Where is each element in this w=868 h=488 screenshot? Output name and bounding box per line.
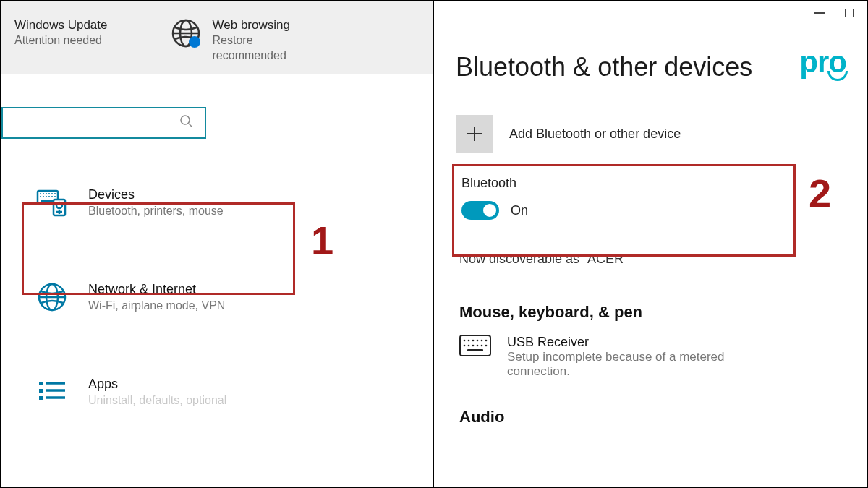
minimize-button[interactable] <box>814 12 825 14</box>
svg-point-40 <box>481 340 483 342</box>
svg-point-45 <box>477 345 479 347</box>
device-text: USB Receiver Setup incomplete because of… <box>507 335 782 379</box>
svg-rect-48 <box>467 349 483 351</box>
svg-point-11 <box>51 193 53 194</box>
shortcut-text: Web browsing Restore recommended <box>213 17 290 64</box>
search-input[interactable] <box>1 107 206 139</box>
shortcut-title: Web browsing <box>213 17 290 33</box>
svg-point-7 <box>40 193 41 194</box>
category-title: Network & Internet <box>88 282 225 297</box>
shortcut-text: Windows Update Attention needed <box>14 17 108 48</box>
globe-icon <box>36 281 68 313</box>
svg-point-41 <box>485 340 488 342</box>
svg-point-12 <box>54 193 56 194</box>
plus-icon <box>456 115 493 153</box>
annotation-marker-2: 2 <box>809 170 831 217</box>
bluetooth-label: Bluetooth <box>461 176 867 191</box>
search-wrap <box>1 74 433 139</box>
discoverable-text: Now discoverable as “ACER” <box>459 252 867 267</box>
section-heading-mkp: Mouse, keyboard, & pen <box>459 303 867 322</box>
shortcut-sub-1: Restore <box>213 33 290 48</box>
svg-rect-29 <box>39 396 43 400</box>
svg-rect-28 <box>39 389 43 393</box>
device-entry-usb-receiver[interactable]: USB Receiver Setup incomplete because of… <box>459 335 867 379</box>
svg-point-39 <box>477 340 479 342</box>
search-icon <box>179 114 194 132</box>
svg-point-15 <box>46 196 47 197</box>
devices-icon <box>36 187 68 218</box>
device-name: USB Receiver <box>507 335 782 350</box>
category-network[interactable]: Network & Internet Wi-Fi, airplane mode,… <box>29 270 433 325</box>
bluetooth-toggle-section: Bluetooth On <box>456 167 867 230</box>
svg-point-16 <box>48 196 50 197</box>
pro-logo: pro <box>799 45 846 80</box>
shortcut-subtitle: Attention needed <box>14 33 108 48</box>
svg-point-10 <box>48 193 50 194</box>
svg-point-42 <box>464 345 466 347</box>
category-sub: Bluetooth, printers, mouse <box>88 205 224 218</box>
bluetooth-settings-pane: pro Bluetooth & other devices Add Blueto… <box>434 1 867 487</box>
svg-point-37 <box>468 340 470 342</box>
svg-point-47 <box>485 345 488 347</box>
window-controls <box>814 9 854 17</box>
svg-point-4 <box>181 116 190 124</box>
settings-category-list: Devices Bluetooth, printers, mouse Netwo… <box>1 139 433 419</box>
section-heading-audio: Audio <box>459 408 867 427</box>
svg-point-36 <box>464 340 466 342</box>
shortcuts-bar: Windows Update Attention needed Web brow… <box>1 1 433 74</box>
svg-point-17 <box>51 196 53 197</box>
toggle-state-label: On <box>511 203 528 218</box>
svg-line-5 <box>189 124 192 127</box>
list-icon <box>36 376 68 408</box>
category-title: Apps <box>88 377 226 392</box>
svg-point-14 <box>43 196 44 197</box>
category-text: Network & Internet Wi-Fi, airplane mode,… <box>88 282 225 312</box>
svg-rect-27 <box>39 382 43 385</box>
svg-point-43 <box>468 345 470 347</box>
shortcut-windows-update[interactable]: Windows Update Attention needed <box>1 17 121 64</box>
svg-point-46 <box>481 345 483 347</box>
add-device-button[interactable]: Add Bluetooth or other device <box>456 115 867 153</box>
svg-point-3 <box>189 36 200 48</box>
toggle-row: On <box>461 201 867 220</box>
category-apps[interactable]: Apps Uninstall, defaults, optional <box>29 364 433 419</box>
shortcut-sub-2: recommended <box>213 48 290 64</box>
add-device-label: Add Bluetooth or other device <box>509 127 681 142</box>
shortcut-web-browsing[interactable]: Web browsing Restore recommended <box>157 17 303 64</box>
annotation-marker-1: 1 <box>311 217 333 264</box>
maximize-button[interactable] <box>845 9 854 17</box>
device-status: Setup incomplete because of a metered co… <box>507 350 782 379</box>
category-sub: Wi-Fi, airplane mode, VPN <box>88 299 225 312</box>
svg-point-9 <box>46 193 47 194</box>
svg-point-44 <box>472 345 475 347</box>
category-sub: Uninstall, defaults, optional <box>88 394 226 407</box>
category-title: Devices <box>88 187 224 202</box>
category-text: Apps Uninstall, defaults, optional <box>88 377 226 407</box>
category-devices[interactable]: Devices Bluetooth, printers, mouse <box>29 175 433 230</box>
category-text: Devices Bluetooth, printers, mouse <box>88 187 224 218</box>
bluetooth-toggle[interactable] <box>461 201 499 220</box>
shortcut-title: Windows Update <box>14 17 108 33</box>
toggle-knob <box>483 204 496 217</box>
svg-point-13 <box>40 196 41 197</box>
svg-point-18 <box>54 196 56 197</box>
svg-point-38 <box>472 340 475 342</box>
svg-point-8 <box>43 193 44 194</box>
settings-home-pane: Windows Update Attention needed Web brow… <box>1 1 434 487</box>
globe-icon <box>170 17 202 49</box>
keyboard-icon <box>459 335 491 356</box>
